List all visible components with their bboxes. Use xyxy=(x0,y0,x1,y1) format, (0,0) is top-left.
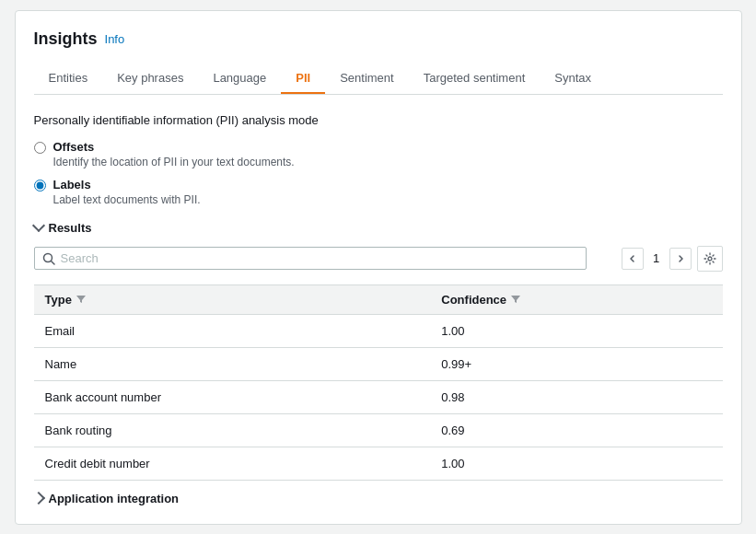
settings-button[interactable] xyxy=(697,246,723,272)
prev-page-button[interactable] xyxy=(622,248,644,270)
radio-group: Offsets Identify the location of PII in … xyxy=(34,140,723,206)
tab-sentiment[interactable]: Sentiment xyxy=(325,64,409,94)
tab-syntax[interactable]: Syntax xyxy=(540,64,606,94)
results-toggle[interactable]: Results xyxy=(34,221,723,235)
chevron-down-icon xyxy=(31,219,44,232)
tab-entities[interactable]: Entities xyxy=(34,64,103,94)
cell-type: Bank routing xyxy=(34,413,431,447)
radio-offsets-item: Offsets Identify the location of PII in … xyxy=(34,140,723,168)
table-row: Bank account number 0.98 xyxy=(34,380,723,413)
tab-targeted-sentiment[interactable]: Targeted sentiment xyxy=(409,64,541,94)
section-title: Personally identifiable information (PII… xyxy=(34,113,723,127)
radio-labels-item: Labels Label text documents with PII. xyxy=(34,178,723,206)
app-integration-label: Application integration xyxy=(49,492,180,505)
results-table: Type Confidence Em xyxy=(34,284,723,481)
info-link[interactable]: Info xyxy=(105,32,125,46)
cell-confidence: 1.00 xyxy=(430,447,722,480)
svg-line-1 xyxy=(51,261,54,264)
radio-labels-desc: Label text documents with PII. xyxy=(53,193,201,206)
cell-confidence: 0.99+ xyxy=(430,347,722,380)
column-confidence: Confidence xyxy=(430,284,722,314)
cell-type: Email xyxy=(34,314,431,347)
current-page: 1 xyxy=(649,251,664,265)
chevron-left-icon xyxy=(629,254,636,263)
tab-bar: Entities Key phrases Language PII Sentim… xyxy=(34,64,723,95)
table-row: Credit debit number 1.00 xyxy=(34,447,723,480)
insights-panel: Insights Info Entities Key phrases Langu… xyxy=(15,10,742,525)
radio-labels[interactable] xyxy=(34,180,46,192)
search-box xyxy=(34,247,587,270)
cell-confidence: 1.00 xyxy=(430,314,722,347)
panel-header: Insights Info xyxy=(34,29,723,49)
results-label: Results xyxy=(49,221,92,235)
chevron-right-icon xyxy=(31,492,44,505)
app-integration-toggle[interactable]: Application integration xyxy=(34,481,723,505)
svg-point-2 xyxy=(708,257,712,261)
cell-confidence: 0.98 xyxy=(430,380,722,413)
table-row: Email 1.00 xyxy=(34,314,723,347)
table-header-row: Type Confidence xyxy=(34,284,723,314)
cell-type: Credit debit number xyxy=(34,447,431,480)
radio-labels-label: Labels xyxy=(53,178,201,192)
chevron-right-icon xyxy=(677,254,684,263)
cell-confidence: 0.69 xyxy=(430,413,722,447)
search-input[interactable] xyxy=(61,251,578,265)
tab-keyphrases[interactable]: Key phrases xyxy=(102,64,198,94)
next-page-button[interactable] xyxy=(669,248,692,270)
table-row: Name 0.99+ xyxy=(34,347,723,380)
cell-type: Bank account number xyxy=(34,380,431,413)
search-icon xyxy=(42,252,55,265)
cell-type: Name xyxy=(34,347,431,380)
radio-offsets-label: Offsets xyxy=(53,140,295,154)
radio-offsets-desc: Identify the location of PII in your tex… xyxy=(53,156,295,168)
panel-title: Insights xyxy=(34,29,98,49)
tab-pii[interactable]: PII xyxy=(281,64,325,94)
gear-icon xyxy=(704,252,716,265)
radio-offsets[interactable] xyxy=(34,142,46,154)
filter-confidence-icon[interactable] xyxy=(510,294,521,305)
tab-language[interactable]: Language xyxy=(198,64,281,94)
search-row: 1 xyxy=(34,246,723,272)
table-row: Bank routing 0.69 xyxy=(34,413,723,447)
filter-type-icon[interactable] xyxy=(76,294,87,305)
pagination: 1 xyxy=(622,246,723,272)
column-type: Type xyxy=(34,284,431,314)
